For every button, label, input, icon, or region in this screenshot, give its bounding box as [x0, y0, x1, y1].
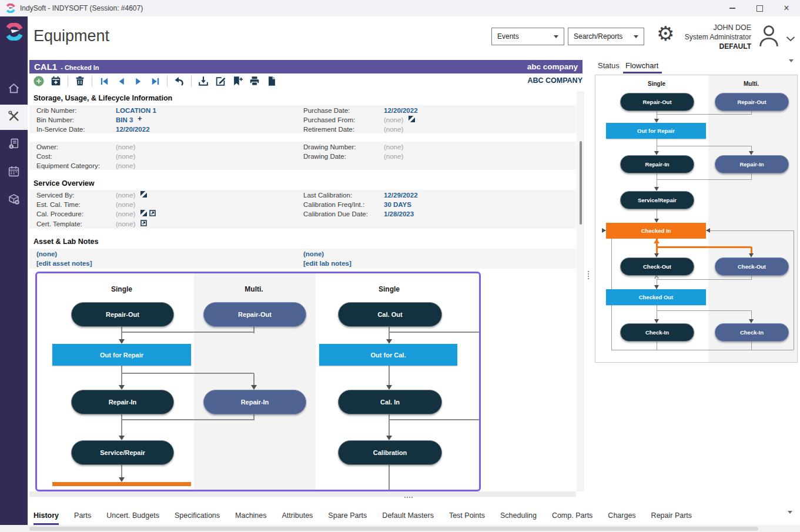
tab-default-masters[interactable]: Default Masters — [382, 507, 434, 523]
open-document-icon[interactable] — [140, 220, 147, 226]
tab-parts[interactable]: Parts — [74, 507, 91, 523]
tab-machines[interactable]: Machines — [235, 507, 267, 523]
tab-uncert-budgets[interactable]: Uncert. Budgets — [106, 507, 159, 523]
node-repair-out-single[interactable]: Repair-Out — [620, 93, 694, 111]
add-bookmark-icon[interactable] — [231, 75, 244, 88]
delete-icon[interactable] — [73, 75, 86, 88]
nav-first-icon[interactable] — [98, 75, 111, 88]
sidebar-item-invoices[interactable] — [0, 132, 28, 158]
user-menu-chevron-icon[interactable] — [786, 34, 795, 44]
node-service-repair[interactable]: Service/Repair — [620, 191, 694, 209]
tab-specifications[interactable]: Specifications — [175, 507, 220, 523]
tab-charges[interactable]: Charges — [608, 507, 635, 523]
avatar-icon[interactable] — [755, 22, 782, 51]
sidebar-item-parts[interactable] — [0, 188, 28, 213]
connector-arrow — [119, 339, 125, 344]
tab-test-points[interactable]: Test Points — [449, 507, 485, 523]
asset-notes-value: (none) — [36, 250, 57, 258]
edit-asset-notes-link[interactable]: [edit asset notes] — [36, 259, 92, 267]
in-service-date-value[interactable]: 12/20/2022 — [116, 125, 150, 133]
print-icon[interactable] — [248, 75, 261, 88]
tab-comp-parts[interactable]: Comp. Parts — [552, 507, 593, 523]
node-checked-in-current[interactable]: Checked In — [606, 223, 706, 239]
open-document-icon[interactable] — [149, 210, 156, 216]
node-repair-in-multi[interactable]: Repair-In — [715, 155, 789, 173]
vertical-scrollbar-thumb[interactable] — [580, 141, 582, 225]
field-label: Drawing Number: — [303, 143, 356, 151]
add-record-icon[interactable] — [32, 75, 45, 88]
purchase-date-value[interactable]: 12/20/2022 — [384, 106, 418, 115]
column-header-multi: Multi. — [722, 81, 781, 87]
connector-line — [706, 230, 794, 231]
field-label: Cost: — [36, 152, 52, 160]
calibration-freq-value[interactable]: 30 DAYS — [384, 200, 411, 209]
node-check-in-single[interactable]: Check-In — [620, 323, 694, 342]
tab-repair-parts[interactable]: Repair Parts — [651, 507, 692, 523]
node-cal-in[interactable]: Cal. In — [338, 390, 442, 414]
edit-lab-notes-link[interactable]: [edit lab notes] — [303, 259, 352, 267]
tab-status[interactable]: Status — [598, 61, 620, 70]
search-reports-dropdown[interactable]: Search/Reports — [568, 28, 644, 45]
tab-scheduling[interactable]: Scheduling — [500, 507, 537, 523]
node-repair-in-single[interactable]: Repair-In — [71, 390, 174, 414]
node-calibration[interactable]: Calibration — [338, 440, 442, 465]
node-check-in-multi[interactable]: Check-In — [715, 323, 789, 342]
node-service-repair[interactable]: Service/Repair — [71, 440, 174, 465]
node-repair-in-single[interactable]: Repair-In — [620, 155, 694, 173]
events-dropdown[interactable]: Events — [491, 28, 564, 45]
connector-arrow — [602, 228, 606, 233]
goto-record-icon[interactable] — [140, 191, 147, 198]
node-checked-out[interactable]: Checked Out — [606, 289, 706, 305]
undo-icon[interactable] — [173, 75, 186, 88]
vertical-splitter-handle[interactable] — [588, 271, 589, 272]
horizontal-splitter-handle[interactable] — [404, 497, 406, 498]
goto-record-icon[interactable] — [140, 210, 147, 216]
node-repair-out-multi[interactable]: Repair-Out — [203, 302, 306, 327]
node-repair-in-multi[interactable]: Repair-In — [203, 390, 306, 414]
connector-line — [611, 350, 794, 350]
node-cal-out[interactable]: Cal. Out — [338, 302, 442, 327]
node-out-for-cal[interactable]: Out for Cal. — [319, 344, 457, 366]
nav-previous-icon[interactable] — [115, 75, 128, 88]
tab-attributes[interactable]: Attributes — [282, 507, 313, 523]
connector-line — [389, 413, 390, 436]
sidebar-item-calendar[interactable] — [0, 160, 28, 185]
edit-icon[interactable] — [214, 75, 227, 88]
tab-history[interactable]: History — [34, 507, 59, 525]
node-repair-out-multi[interactable]: Repair-Out — [715, 93, 789, 111]
node-out-for-repair[interactable]: Out for Repair — [606, 123, 706, 139]
panel-collapse-chevron-icon[interactable] — [789, 59, 794, 62]
add-event-icon[interactable] — [49, 75, 62, 88]
notes-group: (none) (none) [edit asset notes] [edit l… — [29, 249, 576, 269]
add-bin-icon[interactable]: + — [138, 115, 142, 122]
new-document-icon[interactable] — [265, 75, 278, 88]
node-repair-out-single[interactable]: Repair-Out — [71, 302, 174, 327]
calibration-due-date-value[interactable]: 1/28/2023 — [384, 210, 414, 218]
sidebar-item-home[interactable] — [0, 77, 28, 102]
node-out-for-repair[interactable]: Out for Repair — [52, 344, 191, 366]
connector-line — [657, 172, 657, 187]
connector-arrow — [706, 228, 710, 233]
connector-line — [389, 419, 479, 420]
serviced-by-value: (none) — [116, 191, 135, 199]
goto-record-icon[interactable] — [409, 116, 415, 122]
page-title: Equipment — [34, 27, 109, 45]
bin-number-value[interactable]: BIN 3 — [116, 116, 133, 124]
tab-overflow-chevron-icon[interactable] — [788, 511, 792, 514]
import-icon[interactable] — [197, 75, 210, 88]
bottom-scrollbar-thumb[interactable] — [29, 527, 758, 531]
nav-last-icon[interactable] — [149, 75, 162, 88]
maximize-button[interactable] — [746, 0, 773, 16]
node-check-out-single[interactable]: Check-Out — [620, 257, 694, 276]
last-calibration-value[interactable]: 12/29/2022 — [384, 191, 418, 199]
node-check-out-multi[interactable]: Check-Out — [715, 257, 789, 276]
connector-line — [253, 373, 255, 385]
close-button[interactable]: × — [773, 0, 800, 16]
crib-number-value[interactable]: LOCATION 1 — [116, 106, 156, 115]
nav-next-icon[interactable] — [132, 75, 145, 88]
tab-flowchart[interactable]: Flowchart — [625, 61, 658, 70]
minimize-button[interactable] — [719, 0, 746, 16]
horizontal-scroll-strip[interactable] — [29, 491, 576, 497]
tab-spare-parts[interactable]: Spare Parts — [328, 507, 367, 523]
sidebar-item-tools[interactable] — [0, 105, 28, 130]
